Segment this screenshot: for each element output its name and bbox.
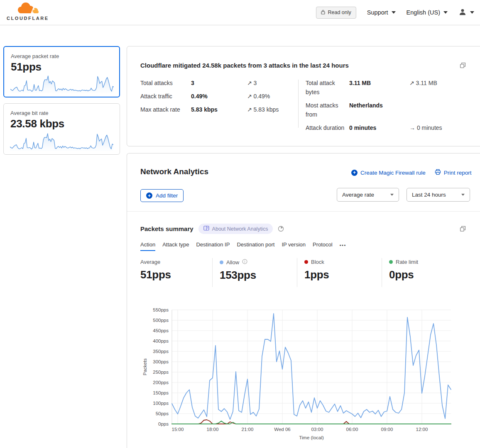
attack-summary-panel: Cloudflare mitigated 24.58k packets from… [127,46,480,146]
create-magic-firewall-rule-link[interactable]: + Create Magic Firewall rule [351,169,426,176]
svg-text:Time (local): Time (local) [299,435,324,440]
attack-stats-right-column: Total attack bytes 3.11 MB ↗ 3.11 MB Mos… [306,78,476,136]
tab-protocol[interactable]: Protocol [313,241,333,251]
svg-text:300pps: 300pps [153,359,169,364]
bit-rate-sparkline [10,131,113,151]
badge-label: About Network Analytics [212,226,268,232]
stat-row: Attack traffic 0.49% ↗ 0.49% [140,92,279,101]
copy-summary-button[interactable] [459,62,466,70]
stat-delta: → 0 minutes [409,123,442,132]
tab-destination-ip[interactable]: Destination IP [196,241,230,251]
svg-text:550pps: 550pps [153,307,169,312]
stat-label: Total attacks [140,78,191,88]
data-freshness-timer-icon[interactable] [278,226,284,232]
stat-value: 0 minutes [349,123,409,132]
packets-summary-tabs: Action Attack type Destination IP Destin… [140,241,346,251]
copy-icon [459,227,466,234]
stat-value: 0.49% [191,92,247,101]
svg-text:21:00: 21:00 [242,427,254,432]
svg-text:15:00: 15:00 [172,427,184,432]
packets-summary-stats: Average 51pps Allow 153pps Block [140,258,473,287]
time-range-value: Last 24 hours [412,192,446,198]
chevron-down-icon [461,194,465,196]
tab-action[interactable]: Action [140,241,155,251]
rate-limit-stat-value: 0pps [389,268,473,281]
stat-row: Max attack rate 5.83 kbps ↗ 5.83 kbps [140,105,279,114]
top-navigation-bar: CLOUDFLARE Read only Support English (US… [0,0,480,25]
printer-icon [435,169,441,176]
tabs-more-button[interactable]: ••• [340,241,346,251]
svg-text:50pps: 50pps [156,411,169,416]
tab-destination-port[interactable]: Destination port [237,241,274,251]
about-network-analytics-badge[interactable]: About Network Analytics [198,224,273,234]
read-only-badge: Read only [316,7,356,19]
network-analytics-panel: Network Analytics + Create Magic Firewal… [127,153,480,448]
chevron-down-icon [443,11,448,14]
cloudflare-cloud-icon [15,2,41,16]
support-label: Support [367,9,388,16]
print-report-link[interactable]: Print report [435,169,472,176]
svg-text:12:00: 12:00 [416,427,428,432]
plus-circle-icon: + [146,192,152,199]
network-analytics-title: Network Analytics [140,167,208,176]
stat-value: 3.11 MB [349,78,409,88]
stat-delta: ↗ 0.49% [247,92,270,101]
average-packet-rate-card[interactable]: Average packet rate 51pps [3,46,120,97]
time-range-dropdown[interactable]: Last 24 hours [407,188,470,202]
stat-value: 5.83 kbps [191,105,247,114]
tab-attack-type[interactable]: Attack type [162,241,189,251]
rate-limit-stat-label: Rate limit [396,259,418,265]
attack-summary-title: Cloudflare mitigated 24.58k packets from… [140,62,349,69]
svg-text:18:00: 18:00 [207,427,219,432]
top-right-menu: Read only Support English (US) [316,0,474,25]
language-label: English (US) [407,9,440,16]
copy-icon [459,64,466,70]
packets-summary-title: Packets summary [140,225,193,232]
metric-card-label: Average packet rate [11,53,113,59]
packets-time-series-chart[interactable]: 0pps50pps100pps150pps200pps250pps300pps3… [142,305,457,444]
cloudflare-logo[interactable]: CLOUDFLARE [7,2,49,21]
support-menu[interactable]: Support [367,9,396,16]
block-stat-value: 1pps [304,268,382,281]
block-legend-dot [304,260,308,264]
copy-packets-summary-button[interactable] [459,225,466,234]
packet-rate-sparkline [10,73,114,93]
average-bit-rate-card[interactable]: Average bit rate 23.58 kbps [3,103,120,155]
svg-text:150pps: 150pps [153,390,169,395]
metric-dropdown[interactable]: Average rate [337,188,399,202]
stat-row: Attack duration 0 minutes → 0 minutes [306,123,476,132]
metric-card-value: 23.58 kbps [10,117,113,130]
user-account-menu[interactable] [458,8,474,17]
rate-limit-legend-dot [389,260,393,264]
stat-label: Most attacks from [306,101,349,119]
language-menu[interactable]: English (US) [407,9,448,16]
svg-text:03:00: 03:00 [311,427,323,432]
stat-delta: ↗ 5.83 kbps [247,105,279,114]
svg-text:0pps: 0pps [158,421,169,426]
packets-chart-container: 0pps50pps100pps150pps200pps250pps300pps3… [142,305,457,446]
panel-action-links: + Create Magic Firewall rule Print repor… [351,169,472,176]
info-icon[interactable] [242,259,247,265]
stat-delta: ↗ 3 [247,78,257,88]
stat-label: Attack duration [306,123,349,132]
metric-dropdown-value: Average rate [342,192,374,198]
svg-text:200pps: 200pps [153,380,169,385]
stat-label: Attack traffic [140,92,191,101]
plus-circle-icon: + [351,170,358,176]
stat-label: Max attack rate [140,105,191,114]
create-rule-label: Create Magic Firewall rule [360,170,426,176]
allow-stat-cell: Allow 153pps [212,258,297,287]
block-stat-cell: Block 1pps [297,258,382,287]
allow-stat-label: Allow [226,259,239,265]
stat-delta: ↗ 3.11 MB [409,78,437,88]
average-stat-label: Average [140,259,160,265]
tab-ip-version[interactable]: IP version [282,241,306,251]
add-filter-label: Add filter [156,192,178,199]
chevron-down-icon [392,11,396,14]
add-filter-button[interactable]: + Add filter [140,189,184,202]
chevron-down-icon [470,11,474,14]
user-avatar-icon [458,8,467,17]
cloudflare-logo-text: CLOUDFLARE [7,16,49,21]
book-icon [203,226,209,232]
stat-value: Netherlands [349,101,409,110]
